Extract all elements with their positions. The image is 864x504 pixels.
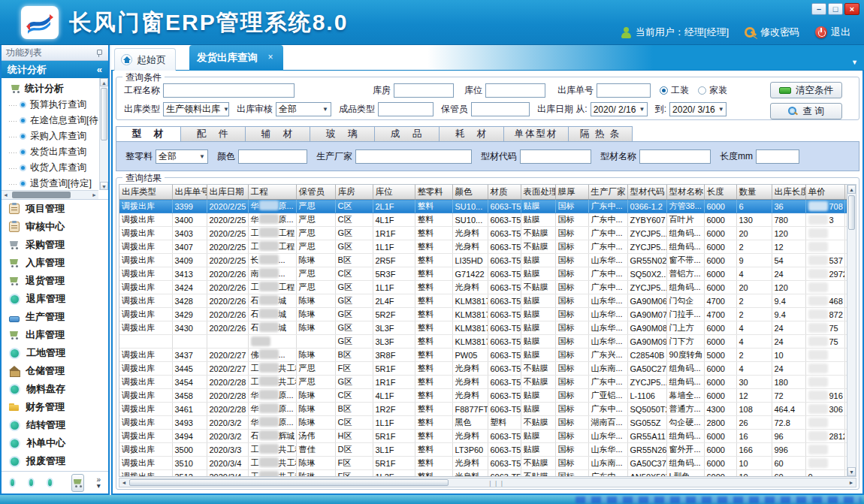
column-header[interactable]: 出库日期 [207,185,248,200]
table-row[interactable]: 调拨出库34542020/2/28工共工程严思G区1R1F整料光身料6063-T… [119,376,856,389]
column-header[interactable]: 保管员 [296,185,335,200]
name-input[interactable] [639,149,711,164]
material-tab[interactable]: 耗 材 [439,126,503,142]
project-name-input[interactable] [163,83,295,98]
sidebar-item[interactable]: 工地管理 [2,344,108,362]
tree-item[interactable]: 发货出库查询 [3,144,98,160]
scroll-right-icon[interactable]: ► [90,191,98,199]
code-input[interactable] [520,149,591,164]
date-to-select[interactable]: 2020/ 3/16▼ [669,102,727,116]
nav-dot-icon[interactable] [47,478,53,487]
column-header[interactable]: 生产厂家 [588,185,627,200]
sidebar-item[interactable]: 退库管理 [2,290,108,308]
column-header[interactable]: 单价 [805,185,844,200]
splitter-grip-icon[interactable]: ❘❘❘ [488,480,505,487]
table-row[interactable]: 调拨出库34282020/2/26石城陈琳G区2L4F整料KLM38176063… [119,294,856,308]
column-header[interactable]: 库房 [335,185,373,200]
material-tab[interactable]: 成 品 [374,126,439,142]
change-password-button[interactable]: 修改密码 [745,26,799,39]
sidebar-item[interactable]: 采购管理 [2,236,108,254]
column-header[interactable]: 膜厚 [555,185,588,200]
column-header[interactable]: 出库类型 [119,185,172,200]
column-header[interactable]: 库位 [373,185,415,200]
column-header[interactable]: 材质 [488,185,521,200]
close-button[interactable]: × [844,3,859,15]
tree-horizontal-scrollbar[interactable]: ◄ ► [2,190,98,199]
product-type-input[interactable] [378,102,434,116]
column-header[interactable]: 长度 [704,185,736,200]
radio-selected[interactable]: 工装 [660,84,689,97]
table-row[interactable]: 调拨出库34072020/2/25工工程严思G区1L1F整料光身料6063-T5… [119,240,856,254]
table-row[interactable]: 调拨出库35102020/3/4工共工程陈琳F区5R1F整料光身料6063-T5… [119,457,856,470]
table-row[interactable]: G区3L3F整料KLM38176063-T5贴膜国标山东华...GA90M09.… [119,335,856,349]
table-row[interactable]: 调拨出库34132020/2/26南...严思C区5R3F整料G71422606… [119,267,856,281]
color-input[interactable] [238,149,307,164]
tab-home[interactable]: 起始页 [114,48,176,71]
tree-root[interactable]: 统计分析 [3,80,98,97]
sidebar-item[interactable]: 物料盘存 [2,380,108,398]
nav-dot-icon[interactable] [9,478,16,487]
scroll-down-icon[interactable]: ▼ [100,182,108,190]
table-row[interactable]: 调拨出库35122020/3/4工共工程陈琳F区1L2F整料光身料6063-T5… [119,470,856,478]
nav-dot-icon[interactable] [28,478,35,487]
sidebar-item[interactable]: 补单中心 [2,434,108,452]
material-tab[interactable]: 辅 材 [245,126,310,142]
tree-item[interactable]: 采购入库查询 [3,128,98,144]
table-row[interactable]: 调拨出库34242020/2/26工工程严思G区1L1F整料光身料6063-T5… [119,281,856,294]
sidebar-item[interactable]: 入库管理 [2,254,108,272]
nav-cart-button[interactable] [71,474,85,492]
sidebar-item[interactable]: 退货管理 [2,272,108,290]
scroll-up-icon[interactable]: ▲ [100,78,108,86]
logout-button[interactable]: 退出 [815,26,850,39]
tree-item[interactable]: 预算执行查询 [3,97,98,113]
radio-option[interactable]: 家装 [698,84,727,97]
table-row[interactable]: 调拨出库34302020/2/26石城陈琳G区3L3F整料KLM38176063… [119,321,856,335]
table-row[interactable]: 调拨出库34002020/2/25华原...严思C区4L1F整料SU10...6… [119,213,856,227]
tree-item[interactable]: 退货查询[待定] [3,176,98,190]
sidebar-group-header[interactable]: 统计分析 « [2,61,108,78]
tab-list-dropdown-icon[interactable]: ▼ [851,59,858,66]
material-tab[interactable]: 单体型材 [503,126,568,142]
table-vertical-scrollbar[interactable]: ▲ ▼ [847,184,856,477]
material-tab[interactable]: 隔 热 条 [568,126,633,142]
column-header[interactable]: 型材代码 [627,185,666,200]
date-from-select[interactable]: 2020/ 2/16▼ [591,102,648,116]
table-row[interactable]: 调拨出库34582020/2/28华原...陈琳C区4L1F整料光身料6063-… [119,389,856,403]
table-row[interactable]: 调拨出库34942020/3/2石辉城汤伟H区5R1F整料光身料6063-T5贴… [119,430,856,443]
table-row[interactable]: 调拨出库34452020/2/27工共工程严思F区5R1F整料光身料6063-T… [119,362,856,376]
scroll-up-icon[interactable]: ▲ [847,185,856,194]
column-header[interactable]: 数量 [736,185,772,200]
collapse-icon[interactable]: « [97,61,102,78]
material-tab[interactable]: 玻 璃 [310,126,374,142]
sidebar-item[interactable]: 财务管理 [2,398,108,416]
more-buttons-chevron[interactable]: »▾ [96,477,101,489]
search-button[interactable]: 查 询 [770,103,842,119]
length-input[interactable] [756,149,799,164]
maximize-button[interactable]: □ [828,3,843,15]
column-header[interactable]: 整零料 [415,185,452,200]
warehouse-input[interactable] [394,83,454,98]
column-header[interactable]: 表面处理 [521,185,555,200]
material-tab[interactable]: 型 材 [116,126,180,142]
keeper-input[interactable] [471,102,530,116]
tree-item[interactable]: 收货入库查询 [3,160,98,176]
table-row[interactable]: 调拨出库34932020/3/2华原...陈琳C区1L1F整料黑色塑料不贴膜国标… [119,416,856,430]
table-row[interactable]: 调拨出库34032020/2/25工工程严思G区1R1F整料光身料6063-T5… [119,227,856,240]
scroll-right-icon[interactable]: ► [847,478,856,487]
table-row[interactable]: 调拨出库34292020/2/26石城陈琳G区5R2F整料KLM38176063… [119,308,856,321]
tree-vertical-scrollbar[interactable]: ▲ ▼ [99,78,108,190]
sidebar-item[interactable]: 结转管理 [2,416,108,434]
sidebar-item[interactable]: 项目管理 [2,200,108,218]
table-horizontal-scrollbar[interactable]: ◄ ❘❘❘ ► [119,478,856,487]
column-header[interactable]: 工程 [248,185,296,200]
pin-icon[interactable] [96,50,102,57]
tree-item[interactable]: 在途信息查询[待 [3,113,98,128]
column-header[interactable]: 型材名称 [666,185,704,200]
sidebar-item[interactable]: 生产管理 [2,308,108,326]
scroll-left-icon[interactable]: ◄ [119,478,128,487]
table-row[interactable]: 调拨出库34612020/2/28华原...陈琳B区1R2F整料F8877FT6… [119,403,856,416]
maker-input[interactable] [355,149,472,164]
sidebar-item[interactable]: 仓储管理 [2,362,108,380]
close-tab-icon[interactable]: × [265,53,276,63]
column-header[interactable]: 出库单号 [172,185,207,200]
